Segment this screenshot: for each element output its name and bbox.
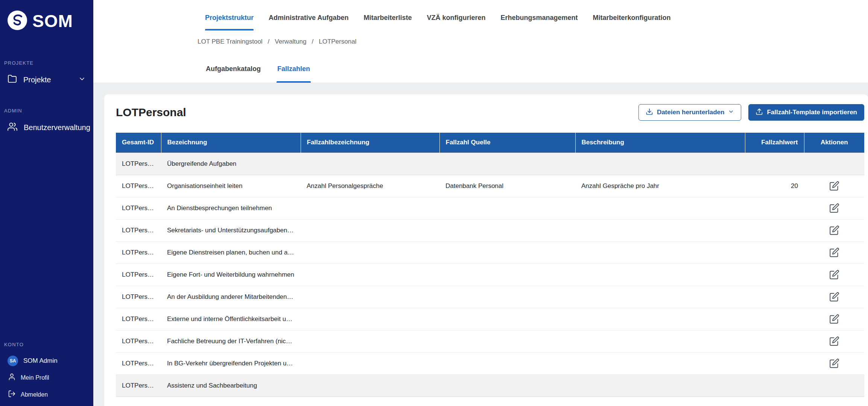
sidebar-item-label: Benutzerverwaltung bbox=[24, 123, 90, 132]
sidebar-item-abmelden[interactable]: Abmelden bbox=[0, 386, 93, 403]
edit-row-button[interactable] bbox=[827, 335, 842, 348]
col-fallzahlbezeichnung: Fallzahlbezeichnung bbox=[301, 133, 439, 153]
cell-fallzahlbezeichnung bbox=[301, 153, 439, 175]
breadcrumb-separator: / bbox=[312, 38, 313, 45]
cell-bezeichnung: Organisationseinheit leiten bbox=[161, 175, 301, 197]
edit-icon bbox=[829, 203, 839, 213]
edit-icon bbox=[829, 314, 839, 324]
cell-fallzahlbezeichnung bbox=[301, 308, 439, 330]
avatar: SA bbox=[8, 356, 18, 366]
col-fallzahl-quelle: Fallzahl Quelle bbox=[439, 133, 575, 153]
cell-bezeichnung: An der Ausbildung anderer Mitarbeitenden… bbox=[161, 286, 301, 308]
cell-bezeichnung: Eigene Dienstreisen planen, buchen und a… bbox=[161, 241, 301, 264]
users-icon bbox=[8, 122, 17, 133]
main-area: ProjektstrukturAdministrative AufgabenMi… bbox=[93, 0, 868, 406]
sidebar-item-label: Abmelden bbox=[21, 391, 48, 398]
app-logo-text: SOM bbox=[32, 12, 73, 30]
cell-fallzahlwert bbox=[745, 219, 804, 241]
cell-fallzahlwert bbox=[745, 308, 804, 330]
cell-aktionen bbox=[804, 264, 864, 286]
table-row: LOTPers1.6An der Ausbildung anderer Mita… bbox=[116, 286, 864, 308]
breadcrumb-item[interactable]: LOT PBE Trainingstool bbox=[198, 38, 263, 45]
cell-fallzahlwert bbox=[745, 374, 804, 397]
cell-fallzahl-quelle bbox=[439, 241, 575, 264]
col-gesamt-id: Gesamt-ID bbox=[116, 133, 161, 153]
cell-gesamt-id: LOTPers1.0 bbox=[116, 153, 161, 175]
cell-gesamt-id: LOTPers2.0 bbox=[116, 374, 161, 397]
table-row: LOTPers1.9In BG-Verkehr übergreifenden P… bbox=[116, 352, 864, 374]
edit-row-button[interactable] bbox=[827, 312, 842, 326]
edit-row-button[interactable] bbox=[827, 246, 842, 259]
breadcrumb-item[interactable]: Verwaltung bbox=[275, 38, 306, 45]
edit-row-button[interactable] bbox=[827, 224, 842, 237]
account-name: SOM Admin bbox=[23, 357, 58, 365]
tab-vzae-konfigurieren[interactable]: VZÄ konfigurieren bbox=[427, 5, 485, 30]
edit-icon bbox=[829, 225, 839, 235]
cell-fallzahl-quelle bbox=[439, 374, 575, 397]
account-row[interactable]: SA SOM Admin bbox=[0, 353, 93, 369]
download-icon bbox=[646, 108, 653, 117]
cell-fallzahlwert bbox=[745, 264, 804, 286]
sidebar-section-projekte: PROJEKTE bbox=[0, 60, 93, 66]
cell-beschreibung bbox=[575, 330, 745, 352]
subtab-fallzahlen[interactable]: Fallzahlen bbox=[277, 53, 311, 83]
edit-row-button[interactable] bbox=[827, 357, 842, 370]
cell-fallzahlwert bbox=[745, 241, 804, 264]
table-row: LOTPers1.5Eigene Fort- und Weiterbildung… bbox=[116, 264, 864, 286]
content-card: LOTPersonal Dateien herunterladen bbox=[104, 94, 868, 406]
edit-row-button[interactable] bbox=[827, 268, 842, 281]
edit-row-button[interactable] bbox=[827, 179, 842, 192]
cell-beschreibung bbox=[575, 241, 745, 264]
tab-erhebungsmanagement[interactable]: Erhebungsmanagement bbox=[500, 5, 578, 30]
cell-aktionen bbox=[804, 175, 864, 197]
sidebar-item-benutzerverwaltung[interactable]: Benutzerverwaltung bbox=[0, 118, 93, 137]
edit-icon bbox=[829, 292, 839, 302]
cell-beschreibung: Anzahl Gespräche pro Jahr bbox=[575, 175, 745, 197]
edit-row-button[interactable] bbox=[827, 290, 842, 303]
cell-bezeichnung: Eigene Fort- und Weiterbildung wahrnehme… bbox=[161, 264, 301, 286]
sidebar-item-label: Projekte bbox=[23, 76, 72, 84]
col-beschreibung: Beschreibung bbox=[575, 133, 745, 153]
col-bezeichnung: Bezeichnung bbox=[161, 133, 301, 153]
tab-projektstruktur[interactable]: Projektstruktur bbox=[205, 5, 254, 30]
table-header-row: Gesamt-IDBezeichnungFallzahlbezeichnungF… bbox=[116, 133, 864, 153]
sidebar-section-admin: ADMIN bbox=[0, 108, 93, 114]
som-logo-icon bbox=[7, 10, 28, 32]
sidebar-item-mein-profil[interactable]: Mein Profil bbox=[0, 369, 93, 386]
import-template-label: Fallzahl-Template importieren bbox=[767, 109, 857, 116]
cell-fallzahlwert bbox=[745, 330, 804, 352]
sidebar-section-konto: KONTO bbox=[0, 342, 93, 347]
upload-icon bbox=[756, 108, 763, 117]
sidebar-account-section: KONTO SA SOM Admin Mein Profil Abmelden bbox=[0, 342, 93, 403]
import-template-button[interactable]: Fallzahl-Template importieren bbox=[748, 104, 864, 121]
table-row: LOTPers1.8Fachliche Betreuung der IT-Ver… bbox=[116, 330, 864, 352]
cell-bezeichnung: An Dienstbesprechungen teilnehmen bbox=[161, 197, 301, 219]
sidebar-item-projekte[interactable]: Projekte bbox=[0, 70, 93, 89]
cell-aktionen bbox=[804, 374, 864, 397]
cell-fallzahlbezeichnung bbox=[301, 286, 439, 308]
cell-beschreibung bbox=[575, 264, 745, 286]
edit-icon bbox=[829, 247, 839, 258]
page-title: LOTPersonal bbox=[116, 106, 186, 119]
cell-gesamt-id: LOTPers1.1 bbox=[116, 175, 161, 197]
subtab-aufgabenkatalog[interactable]: Aufgabenkatalog bbox=[205, 53, 261, 83]
cell-bezeichnung: Sekretariats- und Unterstützungsaufgaben… bbox=[161, 219, 301, 241]
cell-fallzahlbezeichnung bbox=[301, 219, 439, 241]
breadcrumb: LOT PBE Trainingstool/Verwaltung/LOTPers… bbox=[93, 30, 868, 53]
cell-fallzahl-quelle bbox=[439, 219, 575, 241]
col-aktionen: Aktionen bbox=[804, 133, 864, 153]
breadcrumb-separator: / bbox=[268, 38, 270, 45]
tab-mitarbeiterkonfiguration[interactable]: Mitarbeiterkonfiguration bbox=[593, 5, 671, 30]
table-group-row: LOTPers1.0Übergreifende Aufgaben bbox=[116, 153, 864, 175]
tab-administrative-aufgaben[interactable]: Administrative Aufgaben bbox=[269, 5, 348, 30]
download-files-button[interactable]: Dateien herunterladen bbox=[638, 104, 742, 121]
download-files-label: Dateien herunterladen bbox=[657, 109, 725, 116]
cell-fallzahl-quelle bbox=[439, 330, 575, 352]
edit-row-button[interactable] bbox=[827, 201, 842, 215]
cell-fallzahlwert bbox=[745, 153, 804, 175]
cell-fallzahlbezeichnung bbox=[301, 241, 439, 264]
folder-icon bbox=[8, 74, 17, 85]
tab-mitarbeiterliste[interactable]: Mitarbeiterliste bbox=[363, 5, 412, 30]
cell-fallzahlbezeichnung bbox=[301, 264, 439, 286]
table-body: LOTPers1.0Übergreifende AufgabenLOTPers1… bbox=[116, 153, 864, 397]
